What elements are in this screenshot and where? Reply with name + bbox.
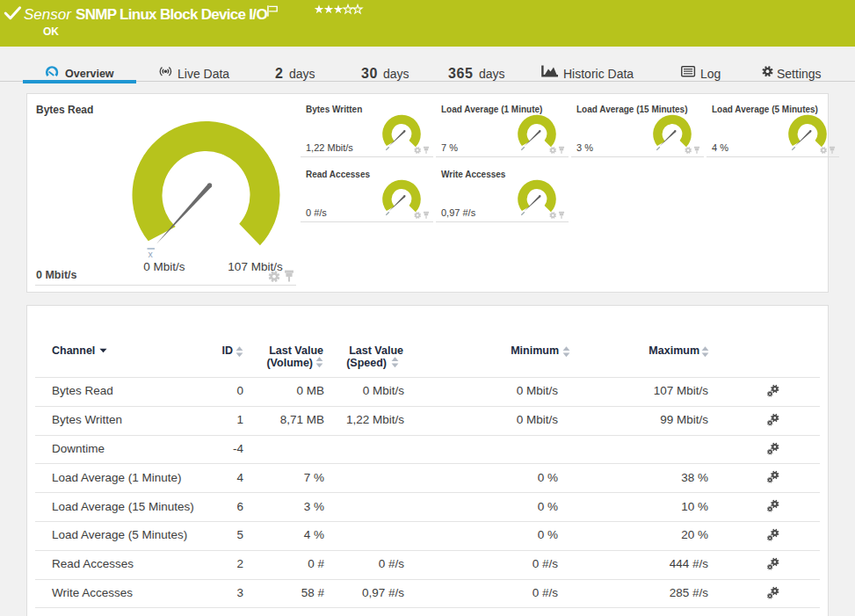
svg-text:x: x: [149, 249, 154, 259]
